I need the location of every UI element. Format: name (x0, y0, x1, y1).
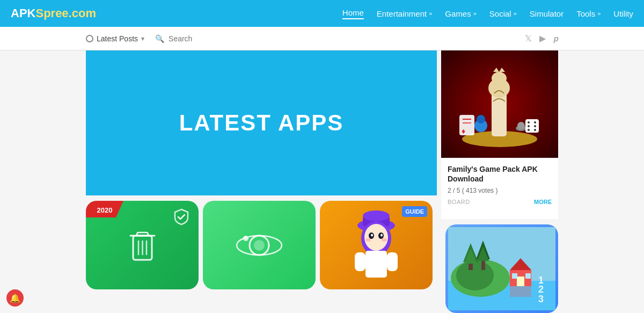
trash-bin-icon (125, 225, 160, 265)
svg-point-19 (365, 238, 371, 242)
svg-point-8 (254, 240, 265, 251)
svg-point-32 (517, 122, 525, 129)
latest-posts-dropdown[interactable]: Latest Posts ▾ (86, 34, 144, 43)
nav-games[interactable]: Games » (445, 9, 476, 18)
game-title[interactable]: Family's Game Pack APK Download (448, 164, 552, 184)
search-area: 🔍 (155, 34, 525, 43)
svg-rect-33 (525, 119, 539, 133)
search-input[interactable] (169, 34, 276, 43)
svg-point-14 (364, 224, 388, 251)
game-board-icon: ♦ (446, 56, 553, 152)
app-icons-row: 2020 (86, 195, 437, 313)
logo-apk: APK (11, 6, 35, 20)
svg-rect-56 (517, 276, 524, 286)
chevron-icon: » (429, 10, 432, 17)
svg-rect-21 (365, 251, 387, 278)
nav-entertainment[interactable]: Entertainment » (377, 9, 433, 18)
svg-rect-2 (137, 232, 148, 236)
chevron-icon: » (597, 10, 601, 17)
game-thumbnail[interactable]: ♦ (441, 50, 558, 158)
header: APKSpree.com Home Entertainment » Games … (0, 0, 644, 27)
svg-point-47 (456, 260, 494, 290)
svg-point-38 (528, 129, 530, 131)
notification-button[interactable]: 🔔 (6, 289, 24, 307)
hero-banner: LATEST APPS (86, 50, 437, 195)
hero-title: LATEST APPS (179, 110, 344, 136)
youtube-icon[interactable]: ▶ (539, 33, 546, 43)
svg-point-18 (380, 234, 383, 236)
app-icon-cleaner[interactable]: 2020 (86, 201, 199, 289)
svg-point-30 (477, 115, 485, 123)
app-icon-landscape[interactable]: 1 2 3 (445, 224, 558, 313)
chevron-icon: » (514, 10, 517, 17)
svg-point-35 (534, 121, 536, 123)
app-icon-orbit[interactable] (203, 201, 316, 289)
game-info-panel: Family's Game Pack APK Download 2 / 5 ( … (441, 158, 558, 219)
orbit-planet-icon (235, 221, 283, 270)
main-content: LATEST APPS 2020 (0, 50, 644, 313)
sub-header: Latest Posts ▾ 🔍 𝕏 ▶ 𝙥 (0, 27, 644, 50)
logo[interactable]: APKSpree.com (11, 6, 96, 20)
game-meta: BOARD MORE (448, 199, 552, 205)
app-icon-guide[interactable]: GUIDE (320, 201, 433, 289)
svg-point-9 (243, 236, 248, 241)
chevron-icon: » (473, 10, 477, 17)
svg-rect-22 (355, 252, 365, 271)
main-nav: Home Entertainment » Games » Social » Si… (342, 8, 633, 19)
dot-icon (86, 35, 93, 42)
left-area: LATEST APPS 2020 (86, 50, 437, 313)
dropdown-chevron-icon: ▾ (141, 35, 144, 42)
nav-home[interactable]: Home (342, 8, 364, 19)
pinterest-icon[interactable]: 𝙥 (553, 34, 558, 43)
svg-text:3: 3 (538, 294, 544, 304)
nav-tools[interactable]: Tools » (576, 9, 601, 18)
svg-text:2: 2 (538, 284, 544, 295)
more-link[interactable]: MORE (534, 199, 552, 205)
landscape-icon: 1 2 3 (448, 227, 555, 310)
game-category: BOARD (448, 199, 470, 205)
social-icons: 𝕏 ▶ 𝙥 (525, 33, 558, 43)
guide-character-icon (347, 205, 406, 286)
guide-badge: GUIDE (402, 206, 427, 217)
nav-social[interactable]: Social » (489, 9, 517, 18)
svg-point-20 (382, 238, 387, 242)
svg-rect-23 (387, 252, 398, 271)
badge-2020: 2020 (86, 201, 123, 217)
search-icon: 🔍 (155, 34, 164, 43)
svg-rect-28 (496, 72, 502, 80)
svg-point-34 (528, 121, 530, 123)
svg-rect-62 (510, 286, 531, 297)
bell-icon: 🔔 (10, 293, 20, 303)
nav-utility[interactable]: Utility (613, 9, 633, 18)
svg-point-36 (528, 125, 530, 127)
right-sidebar: ♦ Family's Game Pack APK Download 2 / 5 … (441, 50, 558, 313)
game-rating: 2 / 5 ( 413 votes ) (448, 187, 552, 194)
svg-point-12 (363, 210, 390, 221)
svg-text:♦: ♦ (462, 127, 465, 135)
shield-icon (173, 208, 190, 228)
logo-spree: Spree.com (35, 6, 96, 20)
twitter-icon[interactable]: 𝕏 (525, 33, 532, 43)
latest-posts-label: Latest Posts (97, 34, 138, 43)
svg-rect-58 (525, 273, 531, 279)
nav-simulator[interactable]: Simulator (530, 9, 564, 18)
svg-point-39 (534, 129, 536, 131)
svg-point-37 (534, 125, 536, 127)
svg-rect-57 (512, 273, 517, 279)
svg-point-17 (371, 234, 373, 236)
